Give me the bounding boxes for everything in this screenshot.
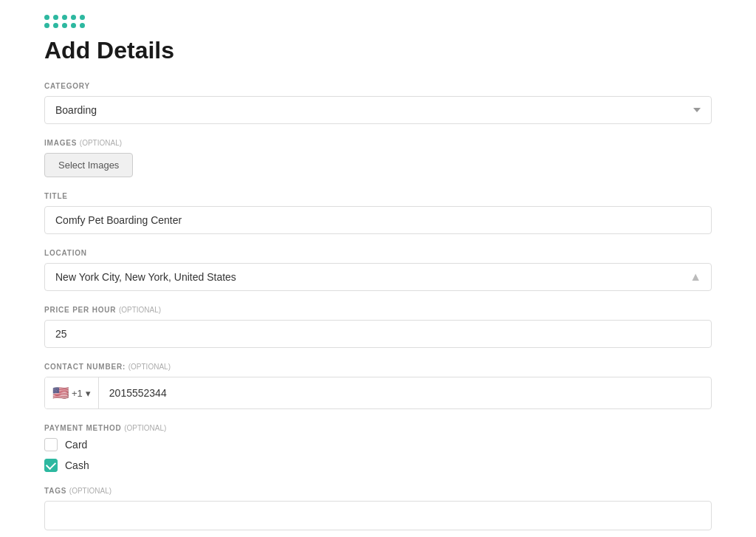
title-label: TITLE: [44, 192, 712, 200]
location-field: LOCATION ▲: [44, 249, 712, 291]
location-wrapper: ▲: [44, 263, 712, 291]
contact-label: CONTACT NUMBER: (OPTIONAL): [44, 363, 712, 371]
country-code-selector[interactable]: 🇺🇸 +1 ▾: [45, 377, 99, 408]
flag-emoji: 🇺🇸: [52, 385, 69, 401]
payment-label: PAYMENT METHOD (OPTIONAL): [44, 424, 712, 432]
category-label: CATEGORY: [44, 82, 712, 90]
select-images-button[interactable]: Select Images: [44, 153, 133, 177]
images-field: IMAGES (OPTIONAL) Select Images: [44, 139, 712, 177]
card-option: Card: [44, 438, 712, 451]
title-input[interactable]: [44, 206, 712, 234]
tags-label: TAGS (OPTIONAL): [44, 487, 712, 495]
phone-input[interactable]: [99, 380, 711, 406]
phone-wrapper: 🇺🇸 +1 ▾: [44, 377, 712, 409]
country-code: +1: [72, 388, 83, 399]
location-icon: ▲: [690, 270, 701, 284]
cash-checkbox[interactable]: [44, 459, 58, 472]
category-select[interactable]: Boarding Grooming Training Walking Day C…: [44, 96, 712, 124]
cash-option: Cash: [44, 459, 712, 472]
title-field: TITLE: [44, 192, 712, 234]
tags-field: TAGS (OPTIONAL): [44, 487, 712, 530]
card-label: Card: [65, 439, 87, 451]
location-label: LOCATION: [44, 249, 712, 257]
logo-dots: [44, 15, 712, 28]
payment-options: Card Cash: [44, 438, 712, 472]
price-field: PRICE PER HOUR (OPTIONAL): [44, 306, 712, 348]
images-label: IMAGES (OPTIONAL): [44, 139, 712, 147]
contact-field: CONTACT NUMBER: (OPTIONAL) 🇺🇸 +1 ▾: [44, 363, 712, 409]
price-input[interactable]: [44, 320, 712, 348]
category-field: CATEGORY Boarding Grooming Training Walk…: [44, 82, 712, 124]
dropdown-arrow: ▾: [86, 388, 91, 399]
location-input[interactable]: [44, 263, 712, 291]
cash-label: Cash: [65, 459, 89, 471]
card-checkbox[interactable]: [44, 438, 58, 451]
payment-field: PAYMENT METHOD (OPTIONAL) Card Cash: [44, 424, 712, 472]
tags-input[interactable]: [44, 501, 712, 530]
price-label: PRICE PER HOUR (OPTIONAL): [44, 306, 712, 314]
page-title: Add Details: [44, 37, 712, 64]
